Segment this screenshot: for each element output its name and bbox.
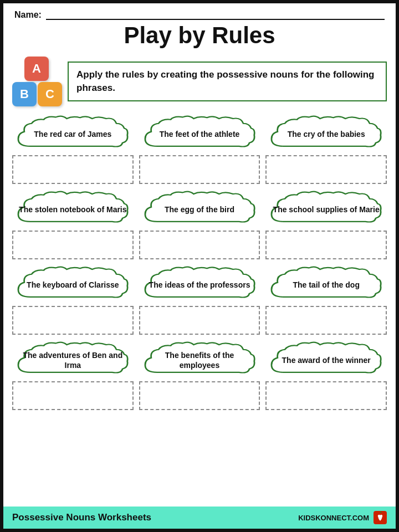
cloud-shape-6: The school supplies of Marie [265, 190, 387, 229]
cloud-shape-5: The egg of the bird [139, 190, 260, 229]
answer-box-6[interactable] [265, 231, 387, 259]
cloud-shape-7: The keyboard of Clarisse [12, 265, 134, 304]
cloud-cell-3: The cry of the babies [265, 114, 387, 154]
phrase-9: The tail of the dog [293, 280, 360, 290]
answer-box-3[interactable] [265, 155, 387, 184]
cloud-cell-12: The award of the winner [265, 340, 387, 380]
cloud-shape-11: The benefits of the employees [139, 341, 260, 380]
footer: Possessive Nouns Worksheets KIDSKONNECT.… [3, 507, 396, 529]
answer-row-3 [12, 306, 387, 335]
page: Name: Play by Rules A B C Apply the rule… [0, 0, 399, 532]
cloud-cell-4: The stolen notebook of Maris [12, 190, 134, 229]
answer-cell-11 [139, 381, 260, 410]
cloud-cell-11: The benefits of the employees [139, 340, 260, 380]
answer-box-9[interactable] [265, 306, 387, 335]
cloud-shape-4: The stolen notebook of Maris [12, 190, 134, 229]
name-underline [46, 10, 385, 20]
answer-cell-5 [139, 231, 260, 259]
cloud-row-4: The adventures of Ben and Irma The benef… [12, 340, 387, 380]
answer-box-5[interactable] [139, 231, 260, 259]
answer-cell-7 [12, 306, 134, 335]
cloud-cell-7: The keyboard of Clarisse [12, 265, 134, 305]
block-c: C [38, 82, 62, 106]
cloud-row-1: The red car of James The feet of the ath… [12, 114, 387, 154]
cloud-cell-1: The red car of James [12, 114, 134, 154]
cloud-cell-8: The ideas of the professors [139, 265, 260, 305]
phrase-10: The adventures of Ben and Irma [18, 350, 128, 370]
instruction-row: A B C Apply the rules by creating the po… [3, 57, 396, 106]
cloud-shape-9: The tail of the dog [265, 265, 387, 304]
name-line: Name: [14, 10, 385, 20]
phrase-3: The cry of the babies [288, 129, 365, 139]
phrase-2: The feet of the athlete [160, 129, 240, 139]
name-label: Name: [14, 10, 42, 20]
answer-cell-3 [265, 155, 387, 184]
cloud-cell-6: The school supplies of Marie [265, 190, 387, 229]
cloud-cell-10: The adventures of Ben and Irma [12, 340, 134, 380]
answer-box-4[interactable] [12, 231, 134, 259]
cloud-cell-5: The egg of the bird [139, 190, 260, 229]
cloud-shape-8: The ideas of the professors [139, 265, 260, 304]
answer-cell-10 [12, 381, 134, 410]
apple-icon [374, 511, 387, 524]
answer-cell-12 [265, 381, 387, 410]
footer-right: KIDSKONNECT.COM [298, 511, 387, 524]
instruction-box: Apply the rules by creating the possessi… [68, 62, 387, 101]
cloud-shape-12: The award of the winner [265, 341, 387, 380]
grid-area: The red car of James The feet of the ath… [3, 112, 396, 507]
cloud-shape-3: The cry of the babies [265, 115, 387, 154]
answer-row-4 [12, 381, 387, 410]
answer-box-10[interactable] [12, 381, 134, 410]
answer-box-8[interactable] [139, 306, 260, 335]
answer-box-12[interactable] [265, 381, 387, 410]
answer-box-11[interactable] [139, 381, 260, 410]
cloud-cell-9: The tail of the dog [265, 265, 387, 305]
instruction-text: Apply the rules by creating the possessi… [76, 68, 378, 95]
block-b: B [12, 82, 37, 106]
footer-brand: KIDSKONNECT.COM [298, 514, 369, 522]
phrase-12: The award of the winner [282, 355, 371, 365]
cloud-shape-1: The red car of James [12, 115, 134, 154]
page-title: Play by Rules [14, 22, 385, 49]
cloud-cell-2: The feet of the athlete [139, 114, 260, 154]
header-area: Name: Play by Rules [3, 3, 396, 57]
answer-cell-4 [12, 231, 134, 259]
cloud-row-2: The stolen notebook of Maris The egg of … [12, 190, 387, 229]
answer-cell-6 [265, 231, 387, 259]
answer-row-1 [12, 155, 387, 184]
answer-box-2[interactable] [139, 155, 260, 184]
cloud-shape-2: The feet of the athlete [139, 115, 260, 154]
footer-worksheet-label: Possessive Nouns Worksheets [12, 512, 151, 523]
block-a: A [24, 57, 49, 81]
phrase-4: The stolen notebook of Maris [19, 204, 126, 214]
abc-blocks: A B C [12, 57, 62, 106]
phrase-7: The keyboard of Clarisse [27, 280, 119, 290]
cloud-shape-10: The adventures of Ben and Irma [12, 341, 134, 380]
phrase-1: The red car of James [34, 129, 111, 139]
answer-cell-8 [139, 306, 260, 335]
answer-cell-2 [139, 155, 260, 184]
phrase-5: The egg of the bird [165, 204, 234, 214]
answer-cell-1 [12, 155, 134, 184]
answer-box-1[interactable] [12, 155, 134, 184]
phrase-11: The benefits of the employees [145, 350, 255, 370]
answer-row-2 [12, 231, 387, 259]
phrase-8: The ideas of the professors [149, 280, 250, 290]
answer-box-7[interactable] [12, 306, 134, 335]
phrase-6: The school supplies of Marie [273, 204, 380, 214]
cloud-row-3: The keyboard of Clarisse The ideas of th… [12, 265, 387, 305]
answer-cell-9 [265, 306, 387, 335]
